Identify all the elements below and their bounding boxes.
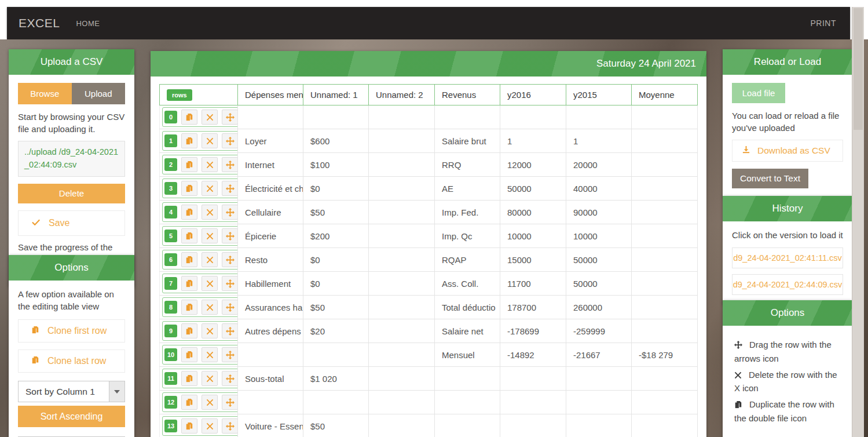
table-cell[interactable]: $1 020 bbox=[303, 367, 369, 391]
delete-row-button[interactable] bbox=[202, 395, 218, 410]
table-cell[interactable] bbox=[369, 224, 435, 248]
table-cell[interactable]: $600 bbox=[303, 129, 369, 153]
table-cell[interactable] bbox=[435, 367, 500, 391]
table-cell[interactable]: $50 bbox=[303, 296, 369, 319]
table-cell[interactable]: RQAP bbox=[435, 248, 500, 272]
page-scrollbar[interactable] bbox=[852, 7, 864, 437]
table-cell[interactable] bbox=[632, 248, 698, 272]
table-cell[interactable]: Mensuel bbox=[435, 343, 500, 367]
drag-row-button[interactable] bbox=[222, 110, 238, 125]
drag-row-button[interactable] bbox=[222, 252, 238, 267]
table-cell[interactable]: Électricité et ch bbox=[238, 177, 303, 201]
table-cell[interactable] bbox=[500, 414, 566, 437]
duplicate-row-button[interactable] bbox=[181, 276, 197, 291]
table-cell[interactable] bbox=[500, 391, 566, 414]
table-cell[interactable]: -21667 bbox=[566, 343, 632, 367]
table-cell[interactable] bbox=[632, 319, 698, 343]
history-version-item[interactable]: d9_24-04-2021_02:41:11.csv bbox=[732, 247, 843, 268]
duplicate-row-button[interactable] bbox=[181, 228, 197, 243]
delete-row-button[interactable] bbox=[202, 347, 218, 362]
table-cell[interactable] bbox=[435, 414, 500, 437]
table-cell[interactable]: -$18 279 bbox=[632, 343, 698, 367]
table-cell[interactable]: -14892 bbox=[500, 343, 566, 367]
sort-ascending-button[interactable]: Sort Ascending bbox=[18, 406, 125, 427]
delete-row-button[interactable] bbox=[202, 418, 218, 434]
drag-row-button[interactable] bbox=[222, 181, 238, 196]
drag-row-button[interactable] bbox=[222, 205, 238, 220]
drag-row-button[interactable] bbox=[222, 347, 238, 362]
table-cell[interactable]: 260000 bbox=[566, 296, 632, 319]
table-cell[interactable] bbox=[566, 367, 632, 391]
table-cell[interactable] bbox=[303, 391, 369, 414]
table-cell[interactable] bbox=[303, 105, 369, 129]
table-cell[interactable]: 1 bbox=[500, 129, 566, 153]
delete-row-button[interactable] bbox=[202, 323, 218, 338]
table-cell[interactable]: $20 bbox=[303, 319, 369, 343]
table-cell[interactable]: Sous-total bbox=[238, 367, 303, 391]
convert-to-text-button[interactable]: Convert to Text bbox=[732, 169, 808, 188]
browse-button[interactable]: Browse bbox=[18, 83, 72, 104]
table-cell[interactable] bbox=[435, 391, 500, 414]
table-cell[interactable] bbox=[632, 272, 698, 296]
sort-column-select-1[interactable]: Sort by Column 1 bbox=[18, 381, 125, 402]
duplicate-row-button[interactable] bbox=[181, 371, 197, 386]
table-cell[interactable] bbox=[500, 105, 566, 129]
table-cell[interactable] bbox=[369, 414, 435, 437]
table-cell[interactable] bbox=[369, 129, 435, 153]
upload-button[interactable]: Upload bbox=[72, 83, 126, 104]
delete-row-button[interactable] bbox=[202, 133, 218, 148]
clone-first-row-button[interactable]: Clone first row bbox=[18, 319, 125, 343]
duplicate-row-button[interactable] bbox=[181, 205, 197, 220]
table-cell[interactable]: Total déductio bbox=[435, 296, 500, 319]
table-cell[interactable]: $50 bbox=[303, 201, 369, 224]
table-cell[interactable] bbox=[369, 343, 435, 367]
table-cell[interactable]: Voiture - Essen bbox=[238, 414, 303, 437]
table-cell[interactable] bbox=[238, 343, 303, 367]
delete-row-button[interactable] bbox=[202, 205, 218, 220]
table-cell[interactable]: Habillement bbox=[238, 272, 303, 296]
table-cell[interactable] bbox=[632, 177, 698, 201]
drag-row-button[interactable] bbox=[222, 157, 238, 172]
table-cell[interactable]: 50000 bbox=[500, 177, 566, 201]
table-cell[interactable]: -178699 bbox=[500, 319, 566, 343]
table-cell[interactable]: AE bbox=[435, 177, 500, 201]
table-cell[interactable]: $50 bbox=[303, 414, 369, 437]
duplicate-row-button[interactable] bbox=[181, 418, 197, 434]
table-cell[interactable] bbox=[369, 248, 435, 272]
table-cell[interactable] bbox=[500, 367, 566, 391]
nav-print-link[interactable]: PRINT bbox=[811, 19, 837, 28]
table-cell[interactable] bbox=[369, 153, 435, 177]
table-cell[interactable] bbox=[566, 391, 632, 414]
drag-row-button[interactable] bbox=[222, 228, 238, 243]
table-cell[interactable] bbox=[632, 201, 698, 224]
table-cell[interactable]: -259999 bbox=[566, 319, 632, 343]
table-cell[interactable] bbox=[238, 391, 303, 414]
table-cell[interactable]: Salaire brut bbox=[435, 129, 500, 153]
table-cell[interactable]: Resto bbox=[238, 248, 303, 272]
table-cell[interactable] bbox=[632, 391, 698, 414]
table-cell[interactable]: 15000 bbox=[500, 248, 566, 272]
table-cell[interactable]: Épicerie bbox=[238, 224, 303, 248]
table-cell[interactable] bbox=[632, 224, 698, 248]
table-cell[interactable]: $0 bbox=[303, 177, 369, 201]
delete-row-button[interactable] bbox=[202, 181, 218, 196]
table-cell[interactable]: $0 bbox=[303, 272, 369, 296]
table-cell[interactable]: 10000 bbox=[500, 224, 566, 248]
load-file-button[interactable]: Load file bbox=[732, 83, 785, 103]
drag-row-button[interactable] bbox=[222, 418, 238, 434]
drag-row-button[interactable] bbox=[222, 395, 238, 410]
table-cell[interactable] bbox=[632, 153, 698, 177]
table-cell[interactable] bbox=[369, 177, 435, 201]
table-cell[interactable]: 20000 bbox=[566, 153, 632, 177]
table-cell[interactable]: Ass. Coll. bbox=[435, 272, 500, 296]
table-cell[interactable]: 80000 bbox=[500, 201, 566, 224]
scrollbar-thumb[interactable] bbox=[854, 8, 863, 130]
table-cell[interactable] bbox=[238, 105, 303, 129]
table-cell[interactable] bbox=[632, 367, 698, 391]
table-cell[interactable] bbox=[369, 105, 435, 129]
duplicate-row-button[interactable] bbox=[181, 157, 197, 172]
table-cell[interactable] bbox=[632, 296, 698, 319]
table-cell[interactable] bbox=[369, 201, 435, 224]
download-csv-button[interactable]: Download as CSV bbox=[732, 140, 843, 162]
table-cell[interactable] bbox=[435, 105, 500, 129]
